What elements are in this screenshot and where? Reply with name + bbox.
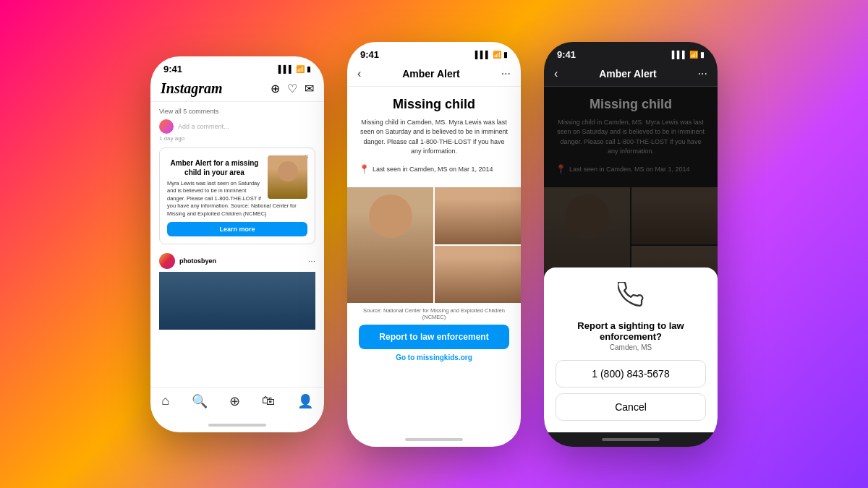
missing-title-2: Missing child: [359, 97, 509, 112]
location-text-2: Last seen in Camden, MS on Mar 1, 2014: [373, 166, 493, 173]
photo-grid-2: [347, 187, 521, 303]
post-image: [159, 272, 315, 330]
status-icons-1: ▌▌▌ 📶 ▮: [278, 65, 311, 73]
location-row-2: 📍 Last seen in Camden, MS on Mar 1, 2014: [359, 164, 509, 174]
ig-header: Instagram ⊕ ♡ ✉: [150, 77, 324, 102]
instagram-logo: Instagram: [161, 80, 223, 97]
child-face-sm-2: [435, 246, 521, 303]
post-user-avatar: [159, 253, 175, 269]
phone-3: 9:41 ▌▌▌ 📶 ▮ ‹ Amber Alert ··· Missing c…: [544, 42, 718, 447]
feed-content: View all 5 comments Add a comment... 1 d…: [150, 102, 324, 387]
status-bar-2: 9:41 ▌▌▌ 📶 ▮: [347, 42, 521, 63]
heart-icon[interactable]: ♡: [287, 82, 297, 95]
home-indicator-2: [347, 432, 521, 447]
home-nav-icon[interactable]: ⌂: [161, 393, 169, 408]
child-face-image: [268, 155, 307, 199]
alert-detail: Missing child Missing child in Camden, M…: [347, 87, 521, 432]
bottom-nav: ⌂ 🔍 ⊕ 🛍 👤: [150, 387, 324, 418]
add-icon[interactable]: ⊕: [271, 82, 280, 95]
home-bar-1: [208, 424, 266, 427]
modal-overlay: Report a sighting to law enforcement? Ca…: [544, 87, 718, 432]
comment-row: Add a comment...: [159, 119, 315, 134]
face-circle: [369, 194, 412, 238]
status-bar-3: 9:41 ▌▌▌ 📶 ▮: [544, 42, 718, 63]
time-ago: 1 day ago: [159, 135, 315, 142]
reels-nav-icon[interactable]: ⊕: [229, 393, 240, 409]
location-pin-icon: 📍: [359, 164, 370, 174]
back-button-3[interactable]: ‹: [554, 67, 558, 80]
status-icons-3: ▌▌▌ 📶 ▮: [672, 51, 705, 59]
missing-desc-2: Missing child in Camden, MS. Myra Lewis …: [359, 118, 509, 157]
modal-phone-number[interactable]: 1 (800) 843-5678: [556, 360, 706, 388]
screen-header-3: ‹ Amber Alert ···: [544, 63, 718, 87]
post-more-button[interactable]: ···: [308, 256, 315, 266]
aerial-photo: [159, 272, 315, 330]
modal-question-text: Report a sighting to law enforcement?: [556, 320, 706, 342]
phone-2: 9:41 ▌▌▌ 📶 ▮ ‹ Amber Alert ··· Missing c…: [347, 42, 521, 447]
dark-content: Missing child Missing child in Camden, M…: [544, 87, 718, 432]
modal-cancel-button[interactable]: Cancel: [556, 393, 706, 421]
time-3: 9:41: [557, 49, 576, 60]
phone-call-icon: [556, 282, 706, 313]
signal-icon-2: ▌▌▌: [475, 51, 490, 59]
status-bar-1: 9:41 ▌▌▌ 📶 ▮: [150, 56, 324, 77]
home-bar-3: [602, 438, 660, 441]
child-face-sm-1: [435, 187, 521, 244]
back-button-2[interactable]: ‹: [357, 67, 361, 80]
shop-nav-icon[interactable]: 🛍: [262, 393, 275, 408]
source-text-2: Source: National Center for Missing and …: [347, 303, 521, 325]
battery-icon-3: ▮: [700, 51, 705, 59]
screen-title-2: Amber Alert: [402, 68, 460, 80]
signal-icon-1: ▌▌▌: [278, 65, 294, 73]
search-nav-icon[interactable]: 🔍: [192, 393, 208, 409]
home-bar-2: [405, 438, 463, 441]
battery-icon-2: ▮: [503, 51, 508, 59]
child-photo-main: [347, 187, 433, 303]
missingkids-link[interactable]: Go to missingkids.org: [347, 354, 521, 370]
more-button-2[interactable]: ···: [501, 67, 511, 80]
view-comments-link[interactable]: View all 5 comments: [159, 108, 315, 115]
learn-more-button[interactable]: Learn more: [167, 222, 307, 236]
screen-title-3: Amber Alert: [599, 68, 657, 80]
phone-1: 9:41 ▌▌▌ 📶 ▮ Instagram ⊕ ♡ ✉ View all 5 …: [150, 56, 324, 432]
ig-header-icons: ⊕ ♡ ✉: [271, 82, 314, 95]
wifi-icon-1: 📶: [296, 65, 305, 73]
child-photo-sm-2: [435, 246, 521, 303]
status-icons-2: ▌▌▌ 📶 ▮: [475, 51, 508, 59]
amber-alert-card: × Amber Alert for a missing child in you…: [159, 147, 315, 245]
messenger-icon[interactable]: ✉: [305, 82, 314, 95]
time-2: 9:41: [360, 49, 379, 60]
home-indicator-1: [150, 418, 324, 432]
wifi-icon-3: 📶: [689, 51, 698, 59]
profile-nav-icon[interactable]: 👤: [297, 393, 313, 409]
child-face-large: [347, 187, 433, 303]
modal-sheet: Report a sighting to law enforcement? Ca…: [544, 267, 718, 432]
comment-input[interactable]: Add a comment...: [178, 123, 229, 130]
home-indicator-3: [544, 432, 718, 447]
user-avatar-sm: [159, 119, 174, 134]
wifi-icon-2: 📶: [493, 51, 501, 59]
alert-detail-body: Missing child Missing child in Camden, M…: [347, 87, 521, 187]
signal-icon-3: ▌▌▌: [672, 51, 687, 59]
child-photo-sm-1: [435, 187, 521, 244]
more-button-3[interactable]: ···: [698, 67, 707, 80]
time-1: 9:41: [163, 64, 182, 74]
report-button-2[interactable]: Report to law enforcement: [359, 325, 509, 349]
modal-location-text: Camden, MS: [556, 343, 706, 351]
screen-header-2: ‹ Amber Alert ···: [347, 63, 521, 87]
battery-icon-1: ▮: [307, 65, 311, 73]
post-username[interactable]: photosbyen: [179, 257, 304, 265]
child-photo-thumbnail: [268, 155, 307, 199]
post-user-row: photosbyen ···: [159, 250, 315, 272]
